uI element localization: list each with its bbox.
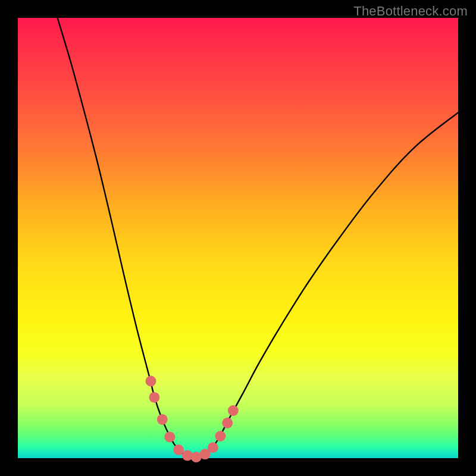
- highlight-dot: [149, 392, 159, 403]
- chart-frame: TheBottleneck.com: [0, 0, 476, 476]
- highlight-dot: [222, 418, 233, 428]
- highlight-points: [145, 376, 238, 463]
- watermark-text: TheBottleneck.com: [353, 4, 468, 19]
- highlight-dot: [157, 414, 168, 425]
- highlight-dot: [164, 431, 175, 442]
- highlight-dot: [173, 444, 184, 455]
- chart-plot-area: [18, 18, 458, 458]
- highlight-dot: [208, 442, 218, 453]
- bottleneck-curve: [58, 18, 458, 458]
- chart-curve-svg: [18, 18, 458, 458]
- highlight-dot: [215, 431, 226, 441]
- highlight-dot: [228, 405, 239, 416]
- highlight-dot: [145, 376, 156, 387]
